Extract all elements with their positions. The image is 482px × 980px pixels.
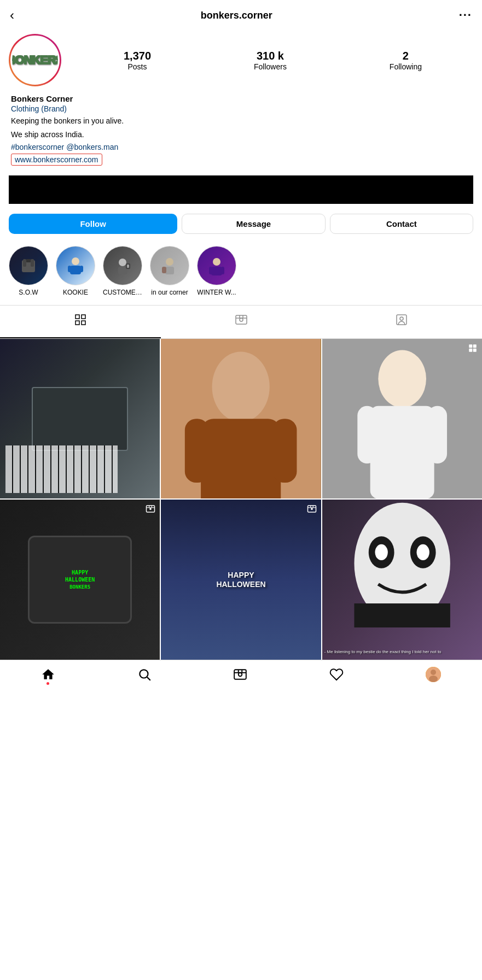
highlight-sow-circle (9, 246, 48, 285)
highlight-sow[interactable]: S.O.W (9, 246, 48, 296)
svg-rect-14 (162, 267, 166, 273)
posts-count: 1,370 (124, 50, 151, 62)
nav-search[interactable] (137, 667, 152, 682)
svg-rect-18 (221, 267, 224, 274)
highlight-customer[interactable]: CUSTOMER... (103, 246, 142, 296)
bio-section: Bonkers Corner Clothing (Brand) Keeping … (9, 94, 473, 171)
tab-reels[interactable] (161, 306, 322, 338)
highlight-customer-circle (103, 246, 142, 285)
svg-rect-7 (80, 266, 83, 272)
svg-rect-6 (68, 266, 71, 272)
nav-profile[interactable] (426, 667, 441, 682)
nav-home[interactable] (41, 667, 55, 682)
svg-line-61 (147, 677, 150, 680)
grid-icon (74, 313, 87, 330)
highlight-kookie[interactable]: KOOKIE (56, 246, 95, 296)
following-label: Following (390, 62, 422, 71)
highlight-winter[interactable]: WINTER W... (197, 246, 236, 296)
svg-rect-59 (354, 603, 450, 627)
tab-tagged[interactable] (321, 306, 482, 338)
heart-icon (329, 667, 344, 682)
highlight-kookie-label: KOOKIE (63, 289, 88, 296)
grid-item-1[interactable] (0, 339, 160, 498)
stat-followers[interactable]: 310 k Followers (254, 50, 287, 71)
highlight-corner[interactable]: in our corner (150, 246, 189, 296)
contact-button[interactable]: Contact (330, 214, 473, 234)
svg-rect-41 (473, 344, 477, 348)
bio-category[interactable]: Clothing (Brand) (11, 104, 471, 113)
nav-reels[interactable] (233, 667, 247, 682)
highlight-kookie-circle (56, 246, 95, 285)
grid-item-5[interactable]: HAPPYHALLOWEEN (161, 500, 321, 659)
stats-row: 1,370 Posts 310 k Followers 2 Following (72, 50, 473, 71)
nav-activity[interactable] (329, 667, 344, 682)
svg-point-69 (429, 676, 438, 682)
svg-rect-37 (370, 406, 434, 499)
tab-grid[interactable] (0, 306, 161, 338)
svg-rect-39 (428, 406, 447, 463)
svg-rect-62 (235, 670, 247, 679)
followers-count: 310 k (257, 50, 284, 62)
home-notification-dot (47, 682, 49, 685)
stat-following[interactable]: 2 Following (390, 50, 422, 71)
bio-website[interactable]: www.bonkerscorner.com (11, 154, 102, 166)
message-button[interactable]: Message (182, 214, 325, 234)
svg-point-15 (213, 258, 220, 266)
sponsored-banner (9, 175, 473, 204)
reels-nav-icon (233, 667, 247, 682)
reels-icon (235, 313, 248, 330)
svg-rect-1 (23, 259, 26, 267)
svg-rect-2 (31, 259, 34, 267)
highlight-winter-label: WINTER W... (197, 289, 236, 296)
svg-rect-5 (70, 266, 81, 274)
svg-rect-11 (127, 265, 129, 268)
grid-item-3[interactable] (322, 339, 482, 498)
svg-point-4 (72, 257, 79, 265)
avatar-ring[interactable]: BONKERS (9, 34, 61, 86)
reel-icon-4 (146, 504, 155, 517)
action-buttons: Follow Message Contact (0, 208, 482, 239)
bottom-nav (0, 660, 482, 693)
highlight-winter-circle (197, 246, 236, 285)
svg-rect-43 (473, 349, 477, 352)
follow-button[interactable]: Follow (9, 214, 177, 234)
svg-rect-40 (469, 344, 472, 348)
post-6-caption: - Me listening to my bestie do the exact… (324, 649, 480, 655)
svg-rect-16 (211, 267, 222, 275)
bio-line2: We ship across India. (11, 129, 471, 140)
tagged-icon (395, 313, 408, 330)
svg-rect-17 (209, 267, 212, 274)
svg-point-58 (416, 544, 429, 560)
grid-item-4[interactable]: HAPPYHALLOWEENBONKERS (0, 500, 160, 659)
highlight-sow-label: S.O.W (19, 289, 38, 296)
grid-item-2[interactable] (161, 339, 321, 498)
highlight-corner-circle (150, 246, 189, 285)
followers-label: Followers (254, 62, 287, 71)
avatar: BONKERS (10, 36, 60, 85)
svg-point-57 (375, 544, 387, 560)
home-icon (41, 667, 55, 682)
bio-hashtags[interactable]: #bonkerscorner @bonkers.man (11, 143, 471, 151)
svg-point-24 (240, 318, 243, 321)
svg-rect-9 (118, 267, 127, 274)
nav-profile-avatar (426, 667, 441, 682)
svg-point-8 (119, 259, 126, 266)
svg-rect-42 (469, 349, 472, 352)
tabs-row (0, 305, 482, 339)
highlights-row: S.O.W KOOKIE CUSTOMER... (0, 239, 482, 305)
page-title: bonkers.corner (201, 10, 272, 21)
bio-line1: Keeping the bonkers in you alive. (11, 115, 471, 127)
menu-button[interactable]: ··· (459, 8, 472, 22)
profile-section: BONKERS 1,370 Posts 310 k Followers 2 Fo… (0, 28, 482, 204)
reel-icon-5 (307, 504, 317, 517)
header: ‹ bonkers.corner ··· (0, 0, 482, 28)
svg-rect-28 (397, 315, 406, 325)
posts-label: Posts (127, 62, 147, 71)
svg-point-31 (212, 351, 270, 422)
back-button[interactable]: ‹ (10, 8, 14, 23)
svg-rect-34 (273, 419, 297, 483)
grid-item-6[interactable]: - Me listening to my bestie do the exact… (322, 500, 482, 659)
svg-rect-38 (357, 406, 376, 463)
stat-posts[interactable]: 1,370 Posts (124, 50, 151, 71)
photo-grid: HAPPYHALLOWEENBONKERS HAPPYHALLOWEEN (0, 339, 482, 660)
